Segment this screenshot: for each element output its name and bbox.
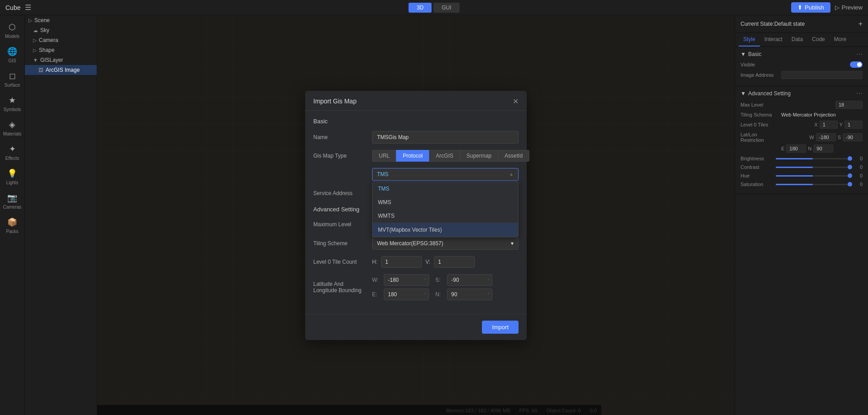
symbols-icon: ★ [7, 95, 18, 106]
sidebar-item-gis[interactable]: 🌐 GIS [1, 43, 24, 66]
rp-s-input[interactable] [843, 133, 863, 141]
level0-x-input[interactable] [820, 121, 838, 129]
lat-top-row: W: ° S: ° [372, 274, 519, 286]
brightness-value: 0 [854, 156, 863, 161]
camera-icon: ▷ [33, 37, 37, 43]
tab-data[interactable]: Data [787, 33, 807, 47]
contrast-slider[interactable] [776, 167, 850, 168]
protocol-dropdown[interactable]: TMS ▲ [372, 168, 519, 181]
level0-y-input[interactable] [844, 121, 863, 129]
name-input[interactable] [372, 131, 519, 144]
tab-interact[interactable]: Interact [760, 33, 787, 47]
advanced-section-more-icon[interactable]: ⋯ [856, 90, 863, 97]
hue-row: Hue 0 [741, 173, 863, 178]
topbar-center: 3D GUI [409, 3, 460, 13]
gis-type-url-button[interactable]: URL [372, 150, 396, 162]
advanced-section-header[interactable]: ▼ Advanced Setting ⋯ [741, 90, 863, 97]
add-state-button[interactable]: + [859, 20, 863, 28]
dropdown-item-wms[interactable]: WMS [373, 196, 518, 209]
packs-icon: 📦 [7, 217, 18, 228]
gis-type-label: Gis Map Type [313, 153, 372, 159]
s-input[interactable] [447, 274, 492, 286]
rp-e-label: E [781, 146, 784, 151]
tile-h-input[interactable] [381, 256, 422, 268]
preview-button[interactable]: ▷ Preview [835, 4, 863, 11]
basic-section-more-icon[interactable]: ⋯ [856, 51, 863, 58]
lat-lon-right-row: Lat/Lon Restriction W S E N [741, 132, 863, 153]
saturation-value: 0 [854, 182, 863, 187]
tree-item-gislayer[interactable]: ▼ GISLayer [25, 55, 97, 65]
arcgis-image-icon: 🖼 [38, 67, 43, 73]
right-panel-header: Current State:Default state + [735, 15, 868, 33]
viewport[interactable]: Memory:163 / 182 / 4096 MB FPS: 60 Objec… [97, 15, 735, 415]
level0-tiles-inputs: X Y [814, 121, 863, 129]
saturation-slider[interactable] [776, 184, 850, 185]
contrast-label: Contrast [741, 164, 772, 170]
dropdown-item-wmts[interactable]: WMTS [373, 209, 518, 223]
tree-item-shape[interactable]: ▷ Shape [25, 45, 97, 55]
rp-w-input[interactable] [816, 133, 836, 141]
visible-label: Visible [741, 62, 781, 67]
rp-n-input[interactable] [813, 145, 833, 153]
modal-close-button[interactable]: ✕ [513, 97, 519, 106]
tiling-schema-right-value: Web Mercator Projection [781, 112, 863, 117]
sidebar-item-materials[interactable]: ◈ Materials [1, 117, 24, 139]
sidebar-item-effects[interactable]: ✦ Effects [1, 141, 24, 163]
tile-v-input[interactable] [434, 256, 475, 268]
basic-section-header[interactable]: ▼ Basic ⋯ [741, 51, 863, 58]
gis-type-supermap-button[interactable]: Supermap [460, 150, 498, 162]
sidebar-item-models[interactable]: ⬡ Models [1, 19, 24, 42]
tree-item-camera[interactable]: ▷ Camera [25, 35, 97, 45]
image-address-input[interactable] [781, 71, 863, 79]
gis-type-arcgis-button[interactable]: ArcGIS [429, 150, 460, 162]
rp-e-input[interactable] [786, 145, 806, 153]
mode-3d-button[interactable]: 3D [409, 3, 432, 13]
sidebar-item-packs[interactable]: 📦 Packs [1, 214, 24, 237]
gis-type-assetid-button[interactable]: AssetId [498, 150, 529, 162]
materials-label: Materials [3, 131, 22, 136]
visible-toggle[interactable] [850, 61, 863, 68]
publish-icon: ⬆ [797, 4, 802, 11]
max-level-right-row: Max Level [741, 101, 863, 109]
tiling-scheme-select[interactable]: Web Mercator(EPSG:3857) ▾ [372, 237, 519, 250]
mode-gui-button[interactable]: GUI [434, 3, 459, 13]
sidebar-item-cameras[interactable]: 📷 Cameras [1, 190, 24, 212]
menu-icon[interactable]: ☰ [25, 3, 31, 12]
gis-type-protocol-button[interactable]: Protocol [396, 150, 429, 162]
publish-button[interactable]: ⬆ Publish [791, 2, 830, 13]
level0-tiles-right-label: Level 0 Tiles [741, 122, 781, 127]
tab-more[interactable]: More [830, 33, 851, 47]
brightness-slider[interactable] [776, 158, 850, 159]
name-control [372, 131, 519, 144]
right-tabs: Style Interact Data Code More [735, 33, 868, 47]
main-layout: ⬡ Models 🌐 GIS ◻ Surface ★ Symbols ◈ Mat… [0, 15, 868, 415]
app-title: Cube [5, 4, 20, 11]
tree-item-arcgis-image[interactable]: 🖼 ArcGIS Image [25, 65, 97, 75]
hue-slider[interactable] [776, 175, 850, 177]
w-input[interactable] [384, 274, 429, 286]
n-input[interactable] [447, 289, 492, 300]
sidebar-item-surface[interactable]: ◻ Surface [1, 68, 24, 90]
import-button[interactable]: Import [482, 321, 519, 334]
y-label: Y [840, 122, 843, 127]
saturation-label: Saturation [741, 182, 772, 187]
tab-code[interactable]: Code [807, 33, 830, 47]
level0-tiles-right-row: Level 0 Tiles X Y [741, 121, 863, 129]
right-panel: Current State:Default state + Style Inte… [735, 15, 868, 415]
lat-bottom-row: E: ° N: ° [372, 289, 519, 300]
max-level-right-input[interactable] [835, 101, 863, 109]
max-level-label: Maximum Level [313, 221, 372, 228]
dropdown-item-tms[interactable]: TMS [373, 182, 518, 196]
n-input-wrap: ° [447, 289, 492, 300]
gis-type-buttons: URL Protocol ArcGIS Supermap AssetId [372, 150, 529, 162]
tab-style[interactable]: Style [739, 33, 760, 47]
e-input[interactable] [384, 289, 429, 300]
sidebar-item-lights[interactable]: 💡 Lights [1, 165, 24, 188]
tree-item-sky[interactable]: ☁ Sky [25, 25, 97, 35]
tree-item-scene[interactable]: ▷ Scene [25, 15, 97, 25]
tiling-scheme-value: Web Mercator(EPSG:3857) [377, 240, 443, 247]
sidebar-item-symbols[interactable]: ★ Symbols [1, 92, 24, 115]
protocol-dropdown-row: TMS ▲ TMS WMS WMTS MVT(Mapbox Vector Til… [313, 168, 519, 181]
lat-long-label: Latitude And Longitude Bounding [313, 281, 372, 294]
dropdown-item-mvt[interactable]: MVT(Mapbox Vector Tiles) [373, 223, 518, 237]
